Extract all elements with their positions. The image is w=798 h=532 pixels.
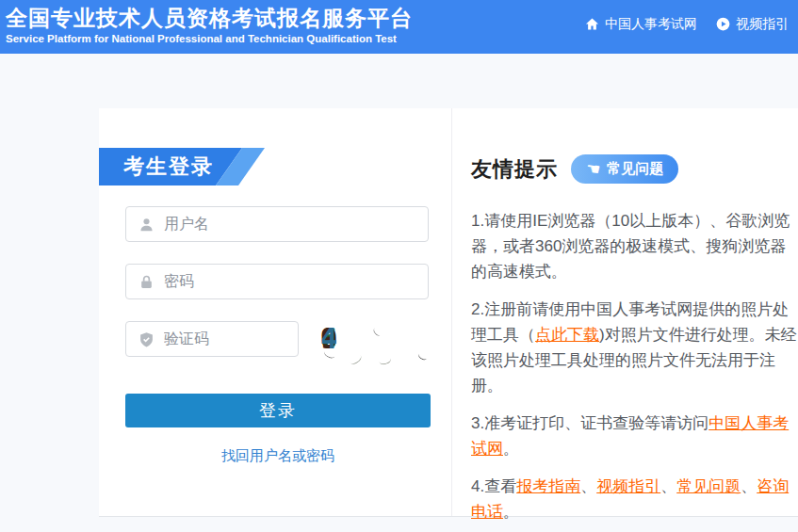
nav-cpta-site-link[interactable]: 中国人事考试网	[585, 16, 697, 33]
tips-panel: 友情提示 ☚ 常见问题 1.请使用IE浏览器（10以上版本）、谷歌浏览器，或者3…	[452, 108, 798, 516]
captcha-noise	[378, 354, 392, 365]
user-icon	[138, 217, 155, 233]
login-panel-title: 考生登录	[99, 148, 278, 185]
tips-title: 友情提示	[471, 155, 558, 184]
tip-text: 、	[741, 477, 757, 495]
home-icon	[585, 17, 599, 31]
faq-button[interactable]: ☚ 常见问题	[571, 154, 678, 184]
captcha-noise	[417, 350, 430, 362]
password-input[interactable]	[164, 273, 418, 290]
pointing-hand-icon: ☚	[585, 160, 601, 178]
captcha-field	[125, 321, 299, 357]
faq-button-label: 常见问题	[607, 160, 663, 178]
shield-check-icon	[138, 331, 155, 347]
tip-item: 4.查看报考指南、视频指引、常见问题、咨询电话。	[471, 474, 798, 524]
login-button[interactable]: 登录	[125, 394, 431, 427]
tip-text: 4.查看	[471, 477, 516, 495]
tip-text: 3.准考证打印、证书查验等请访问	[471, 414, 708, 432]
login-panel: 考生登录 06094 登录 找回用户名或密码	[99, 108, 452, 516]
content-card: 考生登录 06094 登录 找回用户名或密码	[99, 108, 798, 517]
forgot-credentials-link[interactable]: 找回用户名或密码	[125, 447, 431, 465]
captcha-digit: 4	[320, 322, 337, 355]
tip-text: 、	[580, 477, 596, 495]
captcha-noise	[372, 326, 384, 338]
page-body: 考生登录 06094 登录 找回用户名或密码	[0, 54, 798, 532]
tip-text: 、	[660, 477, 676, 495]
lock-icon	[138, 274, 155, 290]
page-title: 全国专业技术人员资格考试报名服务平台	[6, 4, 413, 32]
tip-link[interactable]: 常见问题	[676, 477, 741, 495]
captcha-image[interactable]: 06094	[320, 316, 432, 362]
page-subtitle: Service Platform for National Profession…	[6, 32, 413, 46]
tips-list: 1.请使用IE浏览器（10以上版本）、谷歌浏览器，或者360浏览器的极速模式、搜…	[471, 208, 798, 524]
tip-link[interactable]: 点此下载	[535, 326, 599, 344]
app-header: 全国专业技术人员资格考试报名服务平台 Service Platform for …	[0, 0, 798, 54]
nav-cpta-site-label: 中国人事考试网	[605, 16, 697, 33]
tip-text: 。	[503, 503, 519, 521]
captcha-noise	[347, 351, 363, 366]
login-panel-ribbon: 考生登录	[99, 148, 278, 185]
tip-item: 3.准考证打印、证书查验等请访问中国人事考试网。	[471, 411, 798, 461]
captcha-input[interactable]	[164, 330, 288, 347]
tip-link[interactable]: 报考指南	[516, 477, 580, 495]
nav-video-guide-label: 视频指引	[736, 16, 789, 33]
tip-item: 2.注册前请使用中国人事考试网提供的照片处理工具（点此下载)对照片文件进行处理。…	[471, 297, 798, 398]
nav-video-guide-link[interactable]: 视频指引	[716, 16, 789, 33]
play-icon	[716, 17, 730, 31]
tip-item: 1.请使用IE浏览器（10以上版本）、谷歌浏览器，或者360浏览器的极速模式、搜…	[471, 208, 798, 284]
tip-link[interactable]: 视频指引	[596, 477, 660, 495]
tip-text: 1.请使用IE浏览器（10以上版本）、谷歌浏览器，或者360浏览器的极速模式、搜…	[471, 212, 790, 281]
username-field	[125, 206, 429, 242]
tip-text: 。	[503, 440, 519, 458]
username-input[interactable]	[164, 216, 418, 233]
password-field	[125, 264, 429, 299]
